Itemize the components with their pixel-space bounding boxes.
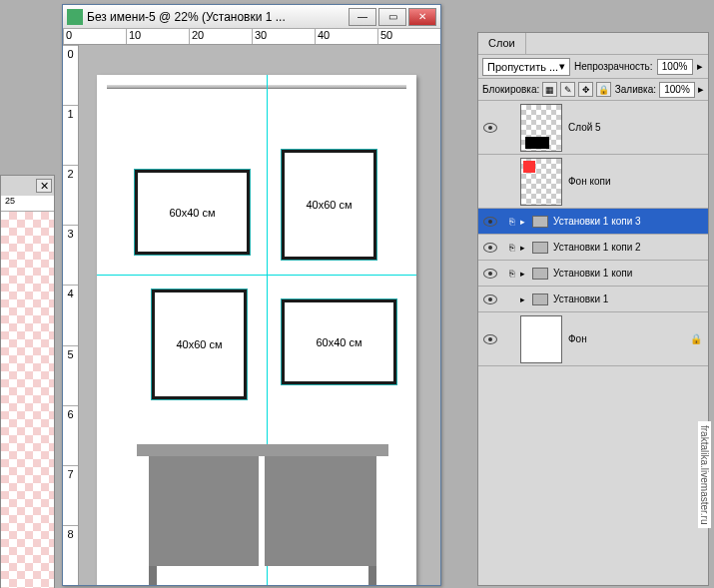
ruler-horizontal[interactable]: 0 10 20 30 40 50	[63, 29, 440, 45]
fill-label: Заливка:	[615, 84, 656, 95]
visibility-eye-icon[interactable]	[483, 243, 497, 253]
app-icon	[67, 9, 83, 25]
document-title: Без имени-5 @ 22% (Установки 1 ...	[87, 10, 349, 24]
visibility-eye-icon[interactable]	[483, 123, 497, 133]
expand-arrow-icon[interactable]: ▸	[520, 269, 530, 279]
layer-item[interactable]: Слой 5	[478, 101, 708, 155]
expand-arrow-icon[interactable]: ▸	[520, 294, 530, 304]
layer-name[interactable]: Фон	[568, 333, 587, 344]
document-window: Без имени-5 @ 22% (Установки 1 ... — ▭ ✕…	[62, 4, 441, 586]
secondary-palette: ✕ 25	[0, 175, 55, 588]
chevron-down-icon: ▾	[559, 60, 565, 73]
layer-name[interactable]: Слой 5	[568, 122, 601, 133]
checker-canvas	[1, 212, 54, 588]
canvas[interactable]: 60x40 см 40x60 см 40x60 см 60x40 см	[97, 75, 416, 585]
watermark: fraktalika.livemaster.ru	[698, 421, 711, 528]
close-button[interactable]: ✕	[408, 8, 436, 26]
frame-3[interactable]: 40x60 см	[152, 290, 247, 399]
ruler-fragment: 25	[1, 196, 54, 212]
shelf	[107, 85, 406, 89]
lock-all-icon[interactable]: 🔒	[596, 82, 611, 97]
maximize-button[interactable]: ▭	[378, 8, 406, 26]
link-icon[interactable]: ⎘	[502, 243, 520, 253]
fill-input[interactable]: 100%	[659, 82, 695, 98]
ruler-vertical[interactable]: 0 1 2 3 4 5 6 7 8	[63, 45, 79, 585]
layer-thumbnail[interactable]	[520, 158, 562, 206]
layer-list: Слой 5 Фон копи ⎘ ▸ Установки 1 копи 3 ⎘…	[478, 101, 708, 366]
frame-4[interactable]: 60x40 см	[282, 299, 396, 384]
layer-name[interactable]: Установки 1 копи 3	[553, 216, 641, 227]
opacity-input[interactable]: 100%	[657, 59, 693, 75]
dresser-leg	[368, 566, 376, 585]
visibility-eye-icon[interactable]	[483, 269, 497, 279]
link-icon[interactable]: ⎘	[502, 217, 520, 227]
opacity-label: Непрозрачность:	[574, 61, 653, 72]
guide-horizontal[interactable]	[97, 275, 416, 276]
lock-label: Блокировка:	[482, 84, 539, 95]
visibility-eye-icon[interactable]	[483, 217, 497, 227]
visibility-eye-icon[interactable]	[483, 334, 497, 344]
lock-icon[interactable]: 🔒	[690, 333, 702, 344]
panel-tabs: Слои	[478, 33, 708, 55]
dresser-top	[137, 444, 388, 456]
chevron-right-icon[interactable]: ▸	[698, 83, 704, 96]
blend-mode-select[interactable]: Пропустить ...▾	[482, 58, 570, 76]
layer-item[interactable]: ⎘ ▸ Установки 1 копи 2	[478, 235, 708, 261]
frame-1[interactable]: 60x40 см	[135, 170, 250, 255]
tab-layers[interactable]: Слои	[478, 33, 526, 54]
lock-move-icon[interactable]: ✥	[578, 82, 593, 97]
layer-name[interactable]: Установки 1 копи	[553, 268, 632, 279]
folder-icon	[532, 216, 548, 228]
layer-item[interactable]: ▸ Установки 1	[478, 287, 708, 312]
folder-icon	[532, 294, 548, 305]
dresser-leg	[149, 566, 157, 585]
chevron-right-icon[interactable]: ▸	[697, 60, 703, 73]
frame-2[interactable]: 40x60 см	[282, 150, 376, 260]
visibility-eye-icon[interactable]	[483, 294, 497, 304]
expand-arrow-icon[interactable]: ▸	[520, 217, 530, 227]
minimize-button[interactable]: —	[349, 8, 376, 26]
layer-item[interactable]: Фон копи	[478, 155, 708, 209]
layer-name[interactable]: Фон копи	[568, 176, 611, 187]
expand-arrow-icon[interactable]: ▸	[520, 243, 530, 253]
layer-item[interactable]: Фон 🔒	[478, 312, 708, 366]
canvas-area[interactable]: 60x40 см 40x60 см 40x60 см 60x40 см	[79, 45, 440, 585]
lock-paint-icon[interactable]: ✎	[560, 82, 575, 97]
layer-name[interactable]: Установки 1	[553, 294, 608, 304]
close-icon[interactable]: ✕	[36, 179, 52, 193]
layers-panel: Слои Пропустить ...▾ Непрозрачность: 100…	[477, 32, 709, 586]
folder-icon	[532, 242, 548, 254]
lock-transparency-icon[interactable]: ▦	[542, 82, 557, 97]
link-icon[interactable]: ⎘	[502, 269, 520, 279]
dresser-divider	[259, 456, 265, 566]
layer-thumbnail[interactable]	[520, 315, 562, 363]
layer-name[interactable]: Установки 1 копи 2	[553, 242, 641, 253]
layer-thumbnail[interactable]	[520, 104, 562, 152]
layer-item[interactable]: ⎘ ▸ Установки 1 копи	[478, 261, 708, 287]
layer-item[interactable]: ⎘ ▸ Установки 1 копи 3	[478, 209, 708, 235]
titlebar[interactable]: Без имени-5 @ 22% (Установки 1 ... — ▭ ✕	[63, 5, 440, 29]
folder-icon	[532, 268, 548, 280]
